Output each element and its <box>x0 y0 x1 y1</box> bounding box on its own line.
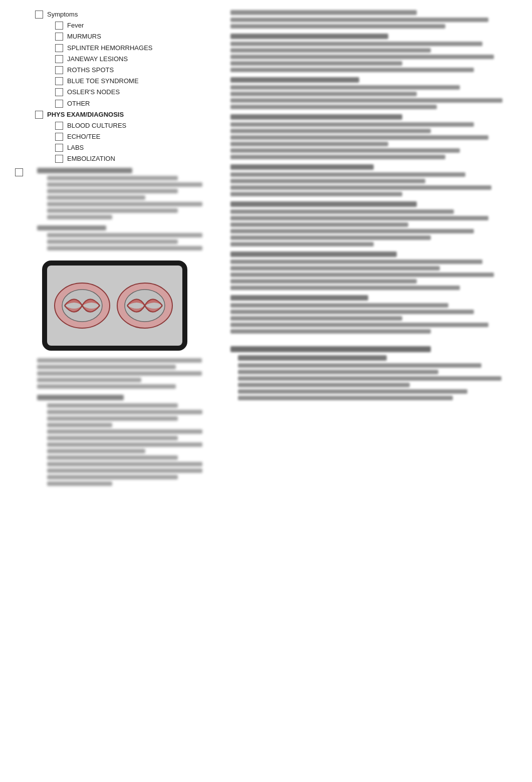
blurred-right-section <box>230 114 517 159</box>
item-text: ECHO/TEE <box>67 132 100 141</box>
tablet-image <box>42 260 187 351</box>
list-item: MURMURS <box>15 32 210 41</box>
list-item: SPLINTER HEMORRHAGES <box>15 44 210 53</box>
blurred-right-section <box>230 34 517 72</box>
item-text: OTHER <box>67 99 90 108</box>
item-text: BLUE TOE SYNDROME <box>67 77 139 86</box>
blurred-right-section <box>230 346 517 400</box>
blurred-text <box>37 168 210 250</box>
item-text: LABS <box>67 143 84 152</box>
blurred-right-section <box>230 164 517 196</box>
tablet-frame <box>42 260 187 351</box>
bullet-icon <box>35 11 43 19</box>
right-column <box>215 0 532 782</box>
item-text: ROTHS SPOTS <box>67 66 114 75</box>
list-item: BLUE TOE SYNDROME <box>15 77 210 86</box>
bullet-icon <box>55 33 63 41</box>
item-text: Symptoms <box>47 10 78 19</box>
list-item: Symptoms <box>15 10 210 19</box>
left-column: Symptoms Fever MURMURS SPLINTER HEMORRHA… <box>0 0 215 782</box>
item-text: OSLER'S NODES <box>67 88 120 97</box>
list-item <box>15 168 210 492</box>
item-text: EMBOLIZATION <box>67 154 115 163</box>
list-item: OSLER'S NODES <box>15 88 210 97</box>
bullet-icon <box>55 122 63 130</box>
bullet-icon <box>55 44 63 52</box>
blood-cultures-text: BLOOD CULTURES <box>67 121 126 130</box>
bullet-icon <box>55 88 63 96</box>
list-item: LABS <box>15 143 210 152</box>
blurred-content <box>37 168 210 492</box>
blurred-right-section <box>230 201 517 246</box>
bullet-icon <box>15 168 23 176</box>
heart-valve-diagram <box>47 266 182 346</box>
list-item: JANEWAY LESIONS <box>15 55 210 64</box>
bullet-icon <box>55 55 63 63</box>
bullet-icon <box>55 22 63 30</box>
item-text: Fever <box>67 21 84 30</box>
item-text: PHYS EXAM/DIAGNOSIS <box>47 110 124 119</box>
list-item: Fever <box>15 21 210 30</box>
bullet-icon <box>55 144 63 152</box>
outline-list: Symptoms Fever MURMURS SPLINTER HEMORRHA… <box>15 10 210 492</box>
list-item: ROTHS SPOTS <box>15 66 210 75</box>
page-content: Symptoms Fever MURMURS SPLINTER HEMORRHA… <box>0 0 532 782</box>
list-item: PHYS EXAM/DIAGNOSIS <box>15 110 210 119</box>
blurred-right-section <box>230 10 517 29</box>
item-text: MURMURS <box>67 32 101 41</box>
blurred-text-below-tablet <box>37 358 210 486</box>
tablet-screen <box>47 266 182 346</box>
blurred-right-section <box>230 77 517 109</box>
blurred-right-section <box>230 251 517 290</box>
bullet-icon <box>55 155 63 163</box>
list-item: BLOOD CULTURES <box>15 121 210 130</box>
list-item: ECHO/TEE <box>15 132 210 141</box>
bullet-icon <box>55 66 63 74</box>
item-text: JANEWAY LESIONS <box>67 55 128 64</box>
bullet-icon <box>35 111 43 119</box>
bullet-icon <box>55 133 63 141</box>
blurred-right-section <box>230 295 517 334</box>
list-item: OTHER <box>15 99 210 108</box>
item-text: SPLINTER HEMORRHAGES <box>67 44 152 53</box>
bullet-icon <box>55 77 63 85</box>
bullet-icon <box>55 100 63 108</box>
list-item: EMBOLIZATION <box>15 154 210 163</box>
